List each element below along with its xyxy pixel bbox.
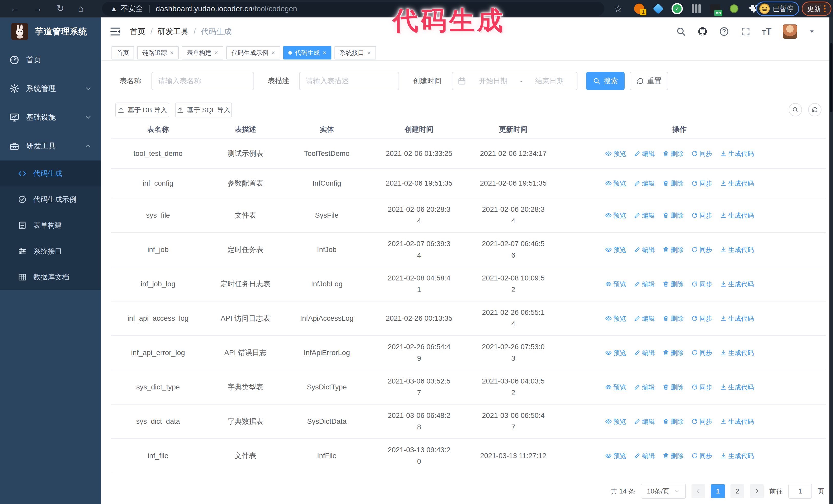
close-icon[interactable]: × xyxy=(367,49,371,56)
pagination-prev-button[interactable] xyxy=(691,484,705,498)
page-size-select[interactable]: 10条/页 xyxy=(641,484,686,499)
fullscreen-icon[interactable] xyxy=(740,26,751,37)
pagination-page-1[interactable]: 1 xyxy=(711,484,725,498)
delete-link[interactable]: 删除 xyxy=(663,179,684,188)
sidebar-item-devtools[interactable]: 研发工具 xyxy=(0,132,101,161)
delete-link[interactable]: 删除 xyxy=(663,246,684,254)
avatar[interactable] xyxy=(783,24,797,39)
sidebar-item-home[interactable]: 首页 xyxy=(0,46,101,74)
generate-code-link[interactable]: 生成代码 xyxy=(720,246,754,254)
edit-link[interactable]: 编辑 xyxy=(634,280,655,288)
forward-icon[interactable]: → xyxy=(33,3,43,14)
table-name-input[interactable] xyxy=(151,72,254,90)
sync-link[interactable]: 同步 xyxy=(691,179,712,188)
scrollbar-track[interactable] xyxy=(829,18,833,504)
preview-link[interactable]: 预览 xyxy=(605,314,626,323)
font-size-icon[interactable]: TT xyxy=(762,26,771,37)
sync-link[interactable]: 同步 xyxy=(691,314,712,323)
sync-link[interactable]: 同步 xyxy=(691,246,712,254)
edit-link[interactable]: 编辑 xyxy=(634,383,655,391)
breadcrumb-home[interactable]: 首页 xyxy=(130,26,145,37)
close-icon[interactable]: × xyxy=(271,49,275,56)
extension-columns-icon[interactable] xyxy=(690,3,702,15)
date-range-input[interactable]: 开始日期 - 结束日期 xyxy=(452,72,577,90)
browser-menu-icon[interactable] xyxy=(824,5,826,12)
search-icon[interactable] xyxy=(676,26,686,37)
close-icon[interactable]: × xyxy=(323,49,326,56)
refresh-table-button[interactable] xyxy=(808,103,822,116)
delete-link[interactable]: 删除 xyxy=(663,452,684,460)
close-icon[interactable]: × xyxy=(215,49,218,56)
sync-link[interactable]: 同步 xyxy=(691,349,712,357)
sidebar-item-system-api[interactable]: 系统接口 xyxy=(0,238,101,264)
preview-link[interactable]: 预览 xyxy=(605,349,626,357)
extension-green-icon[interactable] xyxy=(728,3,740,15)
pagination-page-2[interactable]: 2 xyxy=(731,484,744,498)
preview-link[interactable]: 预览 xyxy=(605,246,626,254)
sync-link[interactable]: 同步 xyxy=(691,149,712,158)
tab-trace[interactable]: 链路追踪× xyxy=(137,46,178,59)
delete-link[interactable]: 删除 xyxy=(663,211,684,220)
generate-code-link[interactable]: 生成代码 xyxy=(720,179,754,188)
toggle-search-button[interactable] xyxy=(789,103,802,116)
sync-link[interactable]: 同步 xyxy=(691,383,712,391)
edit-link[interactable]: 编辑 xyxy=(634,452,655,460)
sidebar-item-db-docs[interactable]: 数据库文档 xyxy=(0,264,101,290)
edit-link[interactable]: 编辑 xyxy=(634,349,655,357)
tab-codegen[interactable]: 代码生成× xyxy=(283,46,331,59)
import-sql-button[interactable]: 基于 SQL 导入 xyxy=(175,102,232,117)
generate-code-link[interactable]: 生成代码 xyxy=(720,349,754,357)
bookmark-star-icon[interactable]: ☆ xyxy=(614,3,623,14)
sync-link[interactable]: 同步 xyxy=(691,417,712,426)
back-icon[interactable]: ← xyxy=(10,3,20,14)
delete-link[interactable]: 删除 xyxy=(663,149,684,158)
preview-link[interactable]: 预览 xyxy=(605,149,626,158)
delete-link[interactable]: 删除 xyxy=(663,417,684,426)
edit-link[interactable]: 编辑 xyxy=(634,246,655,254)
generate-code-link[interactable]: 生成代码 xyxy=(720,383,754,391)
sync-link[interactable]: 同步 xyxy=(691,280,712,288)
tab-system-api[interactable]: 系统接口× xyxy=(334,46,376,59)
delete-link[interactable]: 删除 xyxy=(663,349,684,357)
sidebar-item-codegen-example[interactable]: 代码生成示例 xyxy=(0,186,101,212)
preview-link[interactable]: 预览 xyxy=(605,383,626,391)
scrollbar-thumb[interactable] xyxy=(830,43,832,112)
extension-check-icon[interactable]: ✓ xyxy=(671,3,683,15)
preview-link[interactable]: 预览 xyxy=(605,179,626,188)
extension-gem-icon[interactable] xyxy=(652,3,664,15)
security-status[interactable]: ▲ 不安全 xyxy=(110,4,143,14)
edit-link[interactable]: 编辑 xyxy=(634,149,655,158)
delete-link[interactable]: 删除 xyxy=(663,314,684,323)
preview-link[interactable]: 预览 xyxy=(605,417,626,426)
tab-home[interactable]: 首页 xyxy=(112,46,134,59)
sync-link[interactable]: 同步 xyxy=(691,211,712,220)
extension-dark-icon[interactable]: on xyxy=(709,3,721,15)
delete-link[interactable]: 删除 xyxy=(663,280,684,288)
import-db-button[interactable]: 基于 DB 导入 xyxy=(115,102,169,117)
preview-link[interactable]: 预览 xyxy=(605,211,626,220)
search-button[interactable]: 搜索 xyxy=(586,72,625,90)
sidebar-item-codegen[interactable]: 代码生成 xyxy=(0,161,101,186)
generate-code-link[interactable]: 生成代码 xyxy=(720,417,754,426)
delete-link[interactable]: 删除 xyxy=(663,383,684,391)
home-icon[interactable]: ⌂ xyxy=(78,3,84,14)
caret-down-icon[interactable] xyxy=(808,28,815,35)
browser-update-button[interactable]: 更新 xyxy=(802,2,831,16)
extension-orange-icon[interactable]: 1 xyxy=(633,3,645,15)
goto-page-input[interactable] xyxy=(788,484,812,499)
tab-form-builder[interactable]: 表单构建× xyxy=(182,46,223,59)
generate-code-link[interactable]: 生成代码 xyxy=(720,452,754,460)
preview-link[interactable]: 预览 xyxy=(605,280,626,288)
breadcrumb-devtools[interactable]: 研发工具 xyxy=(158,26,188,37)
pagination-next-button[interactable] xyxy=(750,484,764,498)
close-icon[interactable]: × xyxy=(170,49,173,56)
app-logo[interactable]: 芋道管理系统 xyxy=(0,18,101,46)
address-bar[interactable]: ▲ 不安全 dashboard.yudao.iocoder.cn /tool/c… xyxy=(102,2,604,16)
profile-paused-badge[interactable]: 已暂停 xyxy=(756,2,799,16)
table-desc-input[interactable] xyxy=(299,72,399,90)
reset-button[interactable]: 重置 xyxy=(630,72,668,90)
sidebar-item-form-builder[interactable]: 表单构建 xyxy=(0,212,101,238)
generate-code-link[interactable]: 生成代码 xyxy=(720,149,754,158)
edit-link[interactable]: 编辑 xyxy=(634,211,655,220)
edit-link[interactable]: 编辑 xyxy=(634,314,655,323)
